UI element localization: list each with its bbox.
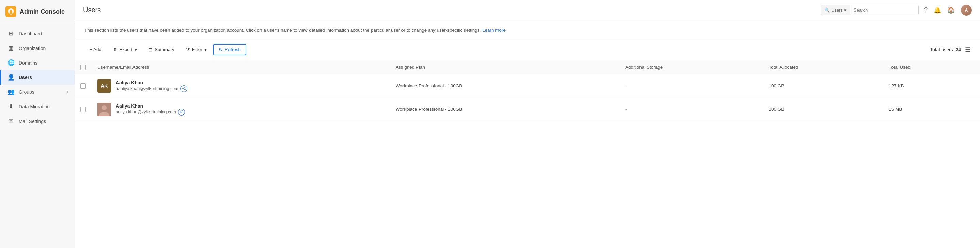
export-label: Export bbox=[119, 47, 132, 52]
refresh-label: Refresh bbox=[225, 47, 241, 52]
checkbox-column-header bbox=[75, 60, 92, 74]
mail-settings-icon: ✉ bbox=[7, 118, 14, 125]
filter-button[interactable]: ⧩ Filter ▾ bbox=[181, 44, 212, 55]
summary-label: Summary bbox=[154, 47, 174, 52]
total-allocated-cell: 100 GB bbox=[764, 98, 884, 121]
search-scope-selector[interactable]: 🔍 Users ▾ bbox=[821, 5, 850, 14]
sidebar-item-label: Mail Settings bbox=[19, 118, 46, 124]
search-input[interactable] bbox=[850, 5, 918, 14]
sidebar-item-mail-settings[interactable]: ✉ Mail Settings bbox=[0, 114, 75, 128]
sidebar-item-data-migration[interactable]: ⬇ Data Migration bbox=[0, 99, 75, 114]
user-info: Aaliya Khan aaliya.khan@zylkertraining.c… bbox=[116, 103, 185, 115]
total-users-label: Total users: 34 bbox=[930, 47, 961, 52]
total-users: Total users: 34 ☰ bbox=[930, 46, 970, 53]
sidebar-item-label: Organization bbox=[19, 46, 46, 51]
table-row: AK Aaliya Khan aaaliya.khan@zylkertraini… bbox=[75, 74, 980, 98]
user-name[interactable]: Aaliya Khan bbox=[116, 80, 187, 85]
sidebar-item-dashboard[interactable]: ⊞ Dashboard bbox=[0, 26, 75, 41]
assigned-plan-cell: Workplace Professional - 100GB bbox=[390, 98, 620, 121]
sidebar-item-label: Dashboard bbox=[19, 31, 42, 36]
user-info-cell: AK Aaliya Khan aaaliya.khan@zylkertraini… bbox=[92, 74, 390, 98]
users-icon: 👤 bbox=[7, 74, 14, 81]
search-bar: 🔍 Users ▾ bbox=[821, 5, 919, 15]
sidebar-navigation: ⊞ Dashboard ▦ Organization 🌐 Domains 👤 U… bbox=[0, 24, 75, 131]
description-bar: This section lists the users that have b… bbox=[75, 21, 980, 39]
filter-icon: ⧩ bbox=[186, 47, 190, 52]
organization-icon: ▦ bbox=[7, 44, 14, 52]
groups-icon: 👥 bbox=[7, 88, 14, 95]
filter-chevron-icon: ▾ bbox=[204, 47, 207, 52]
search-scope-label: Users bbox=[831, 8, 843, 13]
row-checkbox[interactable] bbox=[80, 107, 86, 112]
user-email: aaliya.khan@zylkertraining.com +2 bbox=[116, 109, 185, 115]
sidebar-item-label: Data Migration bbox=[19, 104, 50, 109]
total-used-column-header: Total Used bbox=[883, 60, 980, 74]
chevron-right-icon: › bbox=[67, 90, 68, 95]
sidebar-item-users[interactable]: 👤 Users bbox=[0, 70, 75, 85]
sidebar-item-label: Users bbox=[19, 75, 32, 80]
total-users-count: 34 bbox=[956, 47, 961, 52]
column-menu-icon[interactable]: ☰ bbox=[965, 46, 970, 53]
total-allocated-column-header: Total Allocated bbox=[764, 60, 884, 74]
table-row: Aaliya Khan aaliya.khan@zylkertraining.c… bbox=[75, 98, 980, 121]
toolbar: + Add ⬆ Export ▾ ⊟ Summary ⧩ Filter ▾ ↻ … bbox=[75, 39, 980, 60]
filter-label: Filter bbox=[192, 47, 202, 52]
sidebar-header: Admin Console bbox=[0, 0, 75, 24]
user-cell: Aaliya Khan aaliya.khan@zylkertraining.c… bbox=[97, 103, 385, 116]
user-cell: AK Aaliya Khan aaaliya.khan@zylkertraini… bbox=[97, 79, 385, 93]
summary-button[interactable]: ⊟ Summary bbox=[143, 44, 180, 55]
user-info: Aaliya Khan aaaliya.khan@zylkertraining.… bbox=[116, 80, 187, 92]
refresh-icon: ↻ bbox=[219, 47, 223, 52]
sidebar-item-label: Domains bbox=[19, 60, 37, 66]
export-icon: ⬆ bbox=[113, 47, 117, 52]
svg-point-2 bbox=[102, 105, 107, 110]
select-all-checkbox[interactable] bbox=[80, 65, 86, 70]
header-icons: ? 🔔 🏠 A bbox=[924, 5, 972, 16]
learn-more-link[interactable]: Learn more bbox=[482, 27, 506, 33]
sidebar: Admin Console ⊞ Dashboard ▦ Organization… bbox=[0, 0, 75, 248]
user-name[interactable]: Aaliya Khan bbox=[116, 103, 185, 109]
username-column-header: Username/Email Address bbox=[92, 60, 390, 74]
row-checkbox[interactable] bbox=[80, 83, 86, 88]
data-migration-icon: ⬇ bbox=[7, 103, 14, 110]
top-header: Users 🔍 Users ▾ ? 🔔 🏠 A bbox=[75, 0, 980, 21]
main-content: Users 🔍 Users ▾ ? 🔔 🏠 A This section lis… bbox=[75, 0, 980, 248]
dashboard-icon: ⊞ bbox=[7, 30, 14, 37]
row-checkbox-cell bbox=[75, 98, 92, 121]
sidebar-title: Admin Console bbox=[20, 8, 65, 15]
content-area: This section lists the users that have b… bbox=[75, 21, 980, 248]
sidebar-item-organization[interactable]: ▦ Organization bbox=[0, 41, 75, 55]
home-icon[interactable]: 🏠 bbox=[947, 6, 955, 14]
sidebar-item-label: Groups bbox=[19, 89, 34, 95]
total-used-cell: 15 MB bbox=[883, 98, 980, 121]
add-button[interactable]: + Add bbox=[84, 44, 107, 55]
notifications-icon[interactable]: 🔔 bbox=[934, 6, 941, 14]
sidebar-item-domains[interactable]: 🌐 Domains bbox=[0, 55, 75, 70]
help-icon[interactable]: ? bbox=[924, 6, 928, 14]
user-avatar-photo bbox=[97, 103, 111, 116]
user-avatar[interactable]: A bbox=[961, 5, 972, 16]
export-chevron-icon: ▾ bbox=[135, 47, 137, 52]
row-checkbox-cell bbox=[75, 74, 92, 98]
search-icon: 🔍 bbox=[824, 8, 830, 13]
scope-chevron-icon: ▾ bbox=[844, 8, 846, 13]
additional-storage-column-header: Additional Storage bbox=[620, 60, 764, 74]
user-email: aaaliya.khan@zylkertraining.com +1 bbox=[116, 85, 187, 92]
assigned-plan-column-header: Assigned Plan bbox=[390, 60, 620, 74]
additional-storage-cell: - bbox=[620, 74, 764, 98]
user-badge[interactable]: +1 bbox=[180, 85, 187, 92]
user-avatar-initials: AK bbox=[97, 79, 111, 93]
user-info-cell: Aaliya Khan aaliya.khan@zylkertraining.c… bbox=[92, 98, 390, 121]
assigned-plan-cell: Workplace Professional - 100GB bbox=[390, 74, 620, 98]
summary-icon: ⊟ bbox=[148, 47, 153, 52]
export-button[interactable]: ⬆ Export ▾ bbox=[108, 44, 142, 55]
sidebar-item-groups[interactable]: 👥 Groups › bbox=[0, 85, 75, 99]
description-text: This section lists the users that have b… bbox=[84, 27, 481, 33]
page-title: Users bbox=[83, 6, 815, 14]
total-allocated-cell: 100 GB bbox=[764, 74, 884, 98]
user-badge[interactable]: +2 bbox=[178, 109, 185, 115]
additional-storage-cell: - bbox=[620, 98, 764, 121]
total-used-cell: 127 KB bbox=[883, 74, 980, 98]
table-header: Username/Email Address Assigned Plan Add… bbox=[75, 60, 980, 74]
refresh-button[interactable]: ↻ Refresh bbox=[213, 44, 246, 55]
